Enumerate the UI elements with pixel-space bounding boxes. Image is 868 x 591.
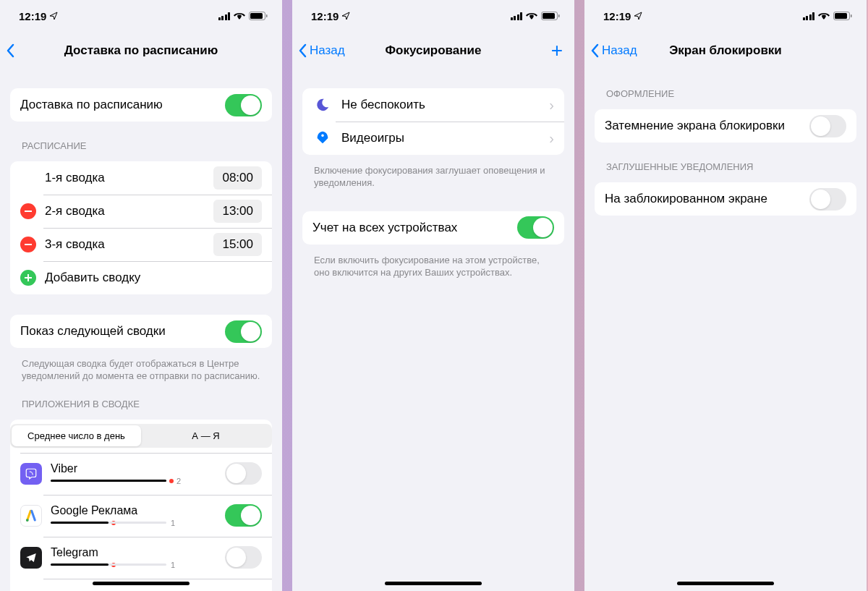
app-name: Telegram bbox=[51, 546, 225, 559]
share-across-devices-row[interactable]: Учет на всех устройствах bbox=[302, 211, 564, 245]
phone-screen-focus: 12:19 Назад Фокусирование + Не беспокоит… bbox=[292, 0, 574, 591]
home-indicator[interactable] bbox=[93, 582, 190, 585]
app-toggle[interactable] bbox=[225, 462, 262, 485]
on-lockscreen-row[interactable]: На заблокированном экране bbox=[595, 182, 856, 216]
lock-label: На заблокированном экране bbox=[605, 192, 809, 206]
back-button[interactable]: Назад bbox=[590, 43, 637, 58]
status-time: 12:19 bbox=[311, 10, 339, 22]
cellular-icon bbox=[511, 12, 523, 20]
appearance-header: ОФОРМЛЕНИЕ bbox=[584, 69, 867, 103]
battery-icon bbox=[541, 12, 560, 20]
wifi-icon bbox=[526, 12, 537, 20]
wifi-icon bbox=[234, 12, 245, 20]
next-summary-label: Показ следующей сводки bbox=[20, 324, 225, 339]
status-bar: 12:19 bbox=[0, 0, 282, 32]
location-icon bbox=[634, 12, 642, 20]
add-icon bbox=[20, 270, 36, 286]
focus-modes-footer: Включение фокусирования заглушает оповещ… bbox=[292, 161, 574, 190]
status-time: 12:19 bbox=[603, 10, 631, 22]
scheduled-delivery-row[interactable]: Доставка по расписанию bbox=[10, 88, 272, 122]
battery-icon bbox=[249, 12, 268, 20]
next-summary-row[interactable]: Показ следующей сводки bbox=[10, 315, 272, 348]
chevron-right-icon: › bbox=[549, 97, 554, 114]
svg-rect-7 bbox=[542, 13, 555, 19]
home-indicator[interactable] bbox=[677, 582, 774, 585]
share-label: Учет на всех устройствах bbox=[312, 221, 517, 235]
chevron-right-icon: › bbox=[549, 130, 554, 147]
back-button[interactable] bbox=[6, 43, 17, 58]
app-name: Viber bbox=[51, 462, 225, 475]
schedule-header: РАСПИСАНИЕ bbox=[0, 127, 282, 156]
app-toggle[interactable] bbox=[225, 546, 262, 569]
focus-mode-row[interactable]: Видеоигры › bbox=[302, 122, 564, 155]
app-toggle[interactable] bbox=[225, 504, 262, 527]
phone-screen-lockscreen: 12:19 Назад Экран блокировки ОФОРМЛЕНИЕ … bbox=[584, 0, 867, 591]
back-label: Назад bbox=[310, 43, 345, 58]
cellular-icon bbox=[218, 12, 231, 20]
status-bar: 12:19 bbox=[584, 0, 867, 32]
lock-toggle[interactable] bbox=[809, 188, 846, 211]
svg-rect-10 bbox=[835, 13, 847, 19]
sort-segmented[interactable]: Среднее число в день А — Я bbox=[10, 424, 272, 448]
app-icon-google-ads bbox=[20, 505, 42, 527]
schedule-time[interactable]: 08:00 bbox=[213, 166, 262, 190]
scheduled-delivery-toggle[interactable] bbox=[225, 94, 262, 116]
chevron-left-icon bbox=[298, 43, 307, 58]
back-button[interactable]: Назад bbox=[298, 43, 345, 58]
schedule-label: 1-я сводка bbox=[45, 171, 213, 185]
silenced-header: ЗАГЛУШЕННЫЕ УВЕДОМЛЕНИЯ bbox=[584, 148, 867, 177]
battery-icon bbox=[833, 12, 852, 20]
phone-screen-schedule: 12:19 Доставка по расписанию Доставка по… bbox=[0, 0, 282, 591]
chevron-left-icon bbox=[590, 43, 599, 58]
app-row[interactable]: Google Реклама 1 bbox=[10, 495, 272, 537]
dim-label: Затемнение экрана блокировки bbox=[605, 119, 809, 133]
focus-mode-row[interactable]: Не беспокоить › bbox=[302, 88, 564, 122]
share-toggle[interactable] bbox=[517, 216, 554, 239]
schedule-time[interactable]: 13:00 bbox=[213, 200, 262, 223]
svg-rect-4 bbox=[25, 244, 32, 245]
schedule-row[interactable]: 1-я сводка 08:00 bbox=[10, 161, 272, 195]
nav-bar: Доставка по расписанию bbox=[0, 32, 282, 69]
app-icon-viber bbox=[20, 463, 42, 485]
home-indicator[interactable] bbox=[385, 582, 482, 585]
page-title: Доставка по расписанию bbox=[9, 43, 273, 58]
scheduled-delivery-label: Доставка по расписанию bbox=[20, 98, 225, 112]
add-summary-row[interactable]: Добавить сводку bbox=[10, 261, 272, 294]
schedule-row[interactable]: 3-я сводка 15:00 bbox=[10, 228, 272, 261]
wifi-icon bbox=[818, 12, 830, 20]
dim-toggle[interactable] bbox=[809, 115, 846, 137]
schedule-time[interactable]: 15:00 bbox=[213, 233, 262, 256]
next-summary-footer: Следующая сводка будет отображаться в Це… bbox=[0, 354, 282, 383]
add-button[interactable]: + bbox=[551, 39, 563, 62]
app-row[interactable]: Viber 2 bbox=[10, 453, 272, 495]
add-summary-label: Добавить сводку bbox=[45, 271, 262, 285]
moon-icon bbox=[312, 95, 333, 115]
svg-point-5 bbox=[26, 519, 29, 522]
nav-bar: Назад Фокусирование + bbox=[292, 32, 574, 69]
app-row[interactable]: Telegram 1 bbox=[10, 537, 272, 579]
next-summary-toggle[interactable] bbox=[225, 320, 262, 343]
share-footer: Если включить фокусирование на этом устр… bbox=[292, 250, 574, 279]
nav-bar: Назад Экран блокировки bbox=[584, 32, 867, 69]
status-bar: 12:19 bbox=[292, 0, 574, 32]
schedule-label: 3-я сводка bbox=[45, 237, 213, 252]
app-icon-telegram bbox=[20, 547, 42, 569]
chevron-left-icon bbox=[6, 43, 14, 58]
delete-icon[interactable] bbox=[20, 237, 36, 252]
svg-rect-8 bbox=[558, 14, 560, 17]
location-icon bbox=[49, 12, 58, 20]
svg-rect-2 bbox=[266, 14, 268, 17]
apps-header: ПРИЛОЖЕНИЯ В СВОДКЕ bbox=[0, 383, 282, 414]
back-label: Назад bbox=[602, 43, 637, 58]
segment-average[interactable]: Среднее число в день bbox=[12, 425, 141, 446]
schedule-label: 2-я сводка bbox=[45, 204, 213, 218]
location-icon bbox=[341, 12, 350, 20]
dim-lockscreen-row[interactable]: Затемнение экрана блокировки bbox=[595, 109, 856, 143]
focus-mode-label: Не беспокоить bbox=[341, 98, 545, 112]
segment-alpha[interactable]: А — Я bbox=[141, 425, 271, 446]
delete-icon[interactable] bbox=[20, 203, 36, 219]
schedule-row[interactable]: 2-я сводка 13:00 bbox=[10, 195, 272, 228]
svg-rect-1 bbox=[250, 13, 263, 19]
status-time: 12:19 bbox=[19, 10, 46, 22]
svg-rect-3 bbox=[25, 211, 32, 212]
